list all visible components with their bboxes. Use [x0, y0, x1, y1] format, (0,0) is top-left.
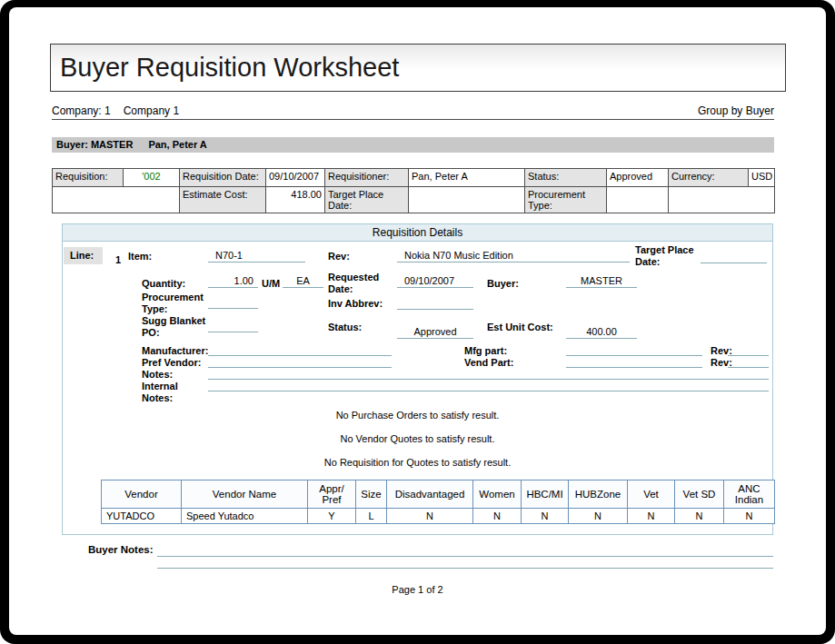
requisitioner-label: Requisitioner: [325, 169, 409, 187]
internal-notes-value [208, 378, 769, 391]
no-requisition-quotes-message: No Requisition for Quotes to satisfy res… [63, 457, 772, 468]
status-value: Approved [397, 325, 473, 339]
buyer-notes-label: Buyer Notes: [88, 544, 154, 555]
status-label: Status: [328, 322, 362, 333]
inv-abbrev-label: Inv Abbrev: [328, 298, 383, 310]
report-page: Buyer Requisition Worksheet Company: 1 C… [9, 7, 826, 635]
vendor-cell-vendor: YUTADCO [102, 509, 182, 524]
no-vendor-quotes-message: No Vendor Quotes to satisfy result. [63, 433, 772, 444]
company-label: Company: 1 [52, 104, 111, 117]
item-label: Item: [128, 251, 152, 263]
no-purchase-orders-message: No Purchase Orders to satisfy result. [63, 410, 772, 421]
vendor-cell-anc-indian: N [724, 509, 775, 524]
vendor-header-vet-sd: Vet SD [675, 481, 724, 509]
notes-label: Notes: [142, 369, 173, 381]
vendor-table-row: YUTADCO Speed Yutadco Y L N N N N N N N [102, 509, 775, 524]
target-place-date-value [701, 250, 767, 263]
vendor-cell-hubzone: N [569, 509, 628, 524]
buyer-band-name: Pan, Peter A [148, 139, 206, 150]
internal-notes-label: Internal Notes: [142, 381, 191, 404]
company-row: Company: 1 Company 1 Group by Buyer [52, 104, 774, 117]
empty-cell [669, 187, 775, 213]
est-unit-cost-value: 400.00 [566, 325, 637, 339]
requested-date-label: Requested Date: [328, 272, 388, 295]
vendor-header-anc-indian: ANC Indian [724, 481, 775, 509]
procurement-type-value [208, 295, 258, 309]
vendor-table: Vendor Vendor Name Appr/ Pref Size Disad… [101, 480, 775, 524]
rev-label: Rev: [328, 251, 350, 263]
sugg-blanket-po-value [208, 319, 258, 332]
vendor-header-hbc-mi: HBC/MI [522, 481, 569, 509]
vendor-cell-appr-pref: Y [308, 509, 356, 524]
requisition-details-header: Requisition Details [63, 224, 772, 242]
buyer-label: Buyer: [487, 278, 519, 290]
requisition-value: '002 [124, 169, 180, 187]
vendor-header-disadvantaged: Disadvantaged [387, 481, 473, 509]
buyer-band-label: Buyer: MASTER [56, 139, 133, 150]
vendor-header-size: Size [356, 481, 387, 509]
procurement-type-label: Procurement Type: [525, 187, 607, 213]
vendor-header-hubzone: HUBZone [569, 481, 628, 509]
vendor-table-header-row: Vendor Vendor Name Appr/ Pref Size Disad… [102, 481, 775, 509]
estimate-cost-value: 418.00 [266, 187, 325, 213]
report-title-box: Buyer Requisition Worksheet [50, 44, 786, 92]
rev-value: Nokia N70 Music Edition [397, 249, 630, 263]
empty-cell [53, 187, 180, 213]
requisitioner-value: Pan, Peter A [409, 169, 525, 187]
inv-abbrev-value [397, 296, 473, 310]
procurement-type-value [607, 187, 669, 213]
buyer-notes-line-2 [157, 568, 773, 569]
target-place-date-label: Target Place Date: [635, 244, 704, 268]
manufacturer-label: Manufacturer: [142, 345, 208, 357]
target-place-date-label: Target Place Date: [325, 187, 409, 213]
mfg-part-label: Mfg part: [464, 345, 507, 357]
requisition-details-section: Requisition Details Line: 1 Item: N70-1 … [62, 223, 773, 535]
requested-date-value: 09/10/2007 [397, 274, 473, 288]
vendor-header-vendor-name: Vendor Name [182, 481, 308, 509]
status-value: Approved [607, 169, 669, 187]
line-value: 1 [106, 254, 130, 266]
company-name: Company 1 [124, 104, 179, 117]
buyer-value: MASTER [566, 274, 637, 288]
vendor-cell-vet-sd: N [675, 509, 724, 524]
vendor-header-appr-pref: Appr/ Pref [308, 481, 356, 509]
requisition-summary-row-2: Estimate Cost: 418.00 Target Place Date:… [53, 187, 775, 213]
estimate-cost-label: Estimate Cost: [180, 187, 266, 213]
report-title: Buyer Requisition Worksheet [51, 45, 785, 90]
page-number: Page 1 of 2 [9, 584, 826, 595]
vendor-cell-disadvantaged: N [387, 509, 473, 524]
group-by-label: Group by Buyer [698, 104, 774, 117]
item-value: N70-1 [208, 249, 305, 263]
um-label: U/M [262, 278, 280, 290]
vendor-header-women: Women [473, 481, 522, 509]
currency-label: Currency: [669, 169, 749, 187]
line-label: Line: [64, 247, 103, 264]
currency-value: USD [749, 169, 775, 187]
quantity-label: Quantity: [142, 278, 185, 290]
requisition-date-value: 09/10/2007 [266, 169, 325, 187]
buyer-band: Buyer: MASTER Pan, Peter A [52, 137, 774, 153]
target-place-date-value [409, 187, 525, 213]
status-label: Status: [525, 169, 607, 187]
pref-vendor-label: Pref Vendor: [142, 357, 201, 369]
buyer-notes-line-1 [157, 556, 773, 557]
vendor-cell-vet: N [628, 509, 675, 524]
requisition-summary-row-1: Requisition: '002 Requisition Date: 09/1… [53, 169, 775, 187]
header-divider [52, 119, 774, 120]
requisition-label: Requisition: [53, 169, 124, 187]
sugg-blanket-po-label: Sugg Blanket PO: [142, 315, 209, 339]
vendor-cell-women: N [473, 509, 522, 524]
procurement-type-label: Procurement Type: [142, 292, 209, 315]
vendor-cell-vendor-name: Speed Yutadco [182, 509, 308, 524]
quantity-value: 1.00 [208, 274, 258, 288]
um-value: EA [283, 274, 323, 288]
vendor-header-vendor: Vendor [102, 481, 182, 509]
window-frame: Buyer Requisition Worksheet Company: 1 C… [0, 0, 835, 644]
est-unit-cost-label: Est Unit Cost: [487, 322, 553, 333]
vendor-header-vet: Vet [628, 481, 675, 509]
vendor-cell-hbc-mi: N [522, 509, 569, 524]
vendor-cell-size: L [356, 509, 387, 524]
requisition-date-label: Requisition Date: [180, 169, 266, 187]
requisition-summary-table: Requisition: '002 Requisition Date: 09/1… [52, 168, 775, 213]
